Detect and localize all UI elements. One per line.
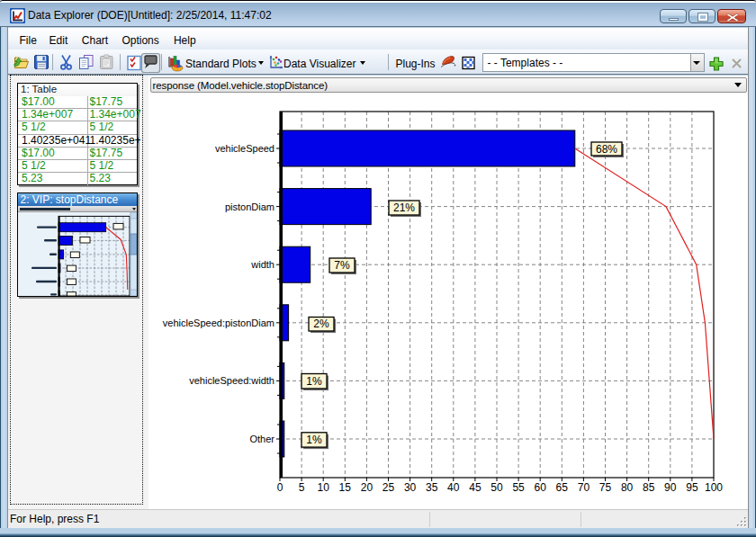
svg-text:7%: 7% [334,259,350,272]
svg-text:1%: 1% [306,375,322,388]
svg-text:85: 85 [643,481,655,494]
svg-text:75: 75 [599,481,612,494]
svg-text:2%: 2% [313,318,329,330]
svg-text:20: 20 [361,481,374,494]
svg-text:5: 5 [299,481,305,494]
svg-text:68%: 68% [596,143,617,156]
svg-text:vehicleSpeed:pistonDiam: vehicleSpeed:pistonDiam [163,318,274,328]
svg-text:100: 100 [705,481,723,494]
svg-text:10: 10 [318,481,330,494]
svg-text:15: 15 [339,481,352,494]
svg-text:60: 60 [535,481,547,494]
svg-text:30: 30 [404,481,417,494]
svg-text:Other: Other [249,434,274,444]
svg-text:65: 65 [556,481,569,494]
svg-text:70: 70 [578,481,590,494]
svg-text:25: 25 [382,481,395,494]
svg-text:95: 95 [686,481,698,494]
svg-text:21%: 21% [393,201,415,214]
svg-text:35: 35 [426,481,438,494]
svg-text:90: 90 [664,481,677,494]
svg-text:55: 55 [512,481,525,494]
svg-text:vehicleSpeed:width: vehicleSpeed:width [189,375,274,386]
svg-text:vehicleSpeed: vehicleSpeed [215,143,274,154]
svg-text:1%: 1% [306,434,322,446]
svg-text:50: 50 [490,481,503,494]
svg-text:45: 45 [469,481,482,494]
svg-text:40: 40 [447,481,460,494]
svg-text:width: width [250,259,274,270]
svg-text:0: 0 [277,481,284,494]
svg-text:80: 80 [621,481,634,494]
svg-text:pistonDiam: pistonDiam [225,201,274,212]
